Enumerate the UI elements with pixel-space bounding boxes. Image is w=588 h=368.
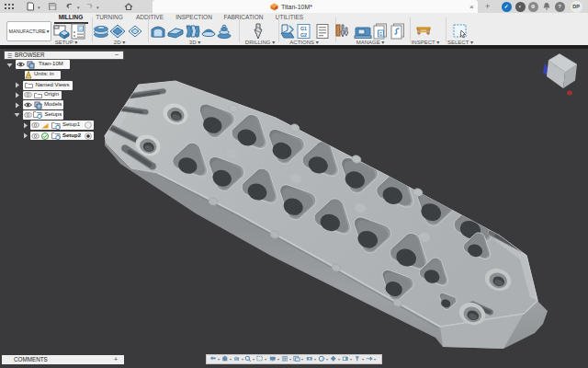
svg-text:G2: G2 — [300, 32, 307, 38]
svg-text:G: G — [79, 26, 83, 31]
svg-text:G: G — [379, 31, 382, 37]
svg-text:G1: G1 — [300, 26, 307, 31]
